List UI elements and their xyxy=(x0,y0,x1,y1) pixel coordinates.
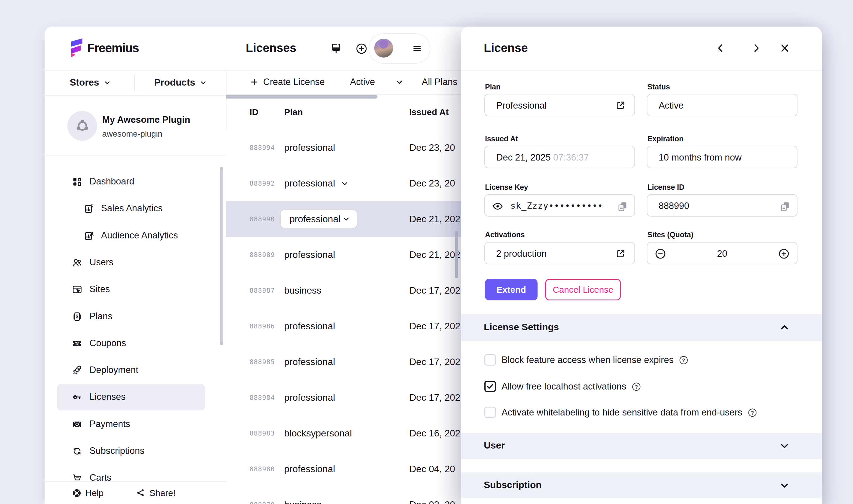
section-label: License Settings xyxy=(484,322,559,332)
plan-value: professional xyxy=(284,142,335,153)
sidebar-item-audience-analytics[interactable]: Audience Analytics xyxy=(45,222,226,249)
sites-quota-value: 20 xyxy=(717,249,727,259)
copy-icon[interactable] xyxy=(617,201,627,211)
plan-filter[interactable]: All Plans xyxy=(422,70,457,94)
column-id: ID xyxy=(249,107,258,117)
close-button[interactable] xyxy=(778,41,792,55)
chevron-down-icon[interactable] xyxy=(341,179,349,188)
help-label: Help xyxy=(85,488,104,498)
panel-header: License xyxy=(461,26,822,71)
copy-icon[interactable] xyxy=(779,201,790,211)
share-button[interactable]: Share! xyxy=(136,482,175,504)
sidebar-item-coupons[interactable]: Coupons xyxy=(45,330,226,357)
plan-value: business xyxy=(284,285,321,296)
sidebar-item-sites[interactable]: Sites xyxy=(45,276,226,303)
issued-at-cell: Dec 04, 20 xyxy=(410,464,455,474)
sidebar-item-plans[interactable]: $ Plans xyxy=(45,303,226,330)
issued-at-cell: Dec 17, 202 xyxy=(410,392,460,403)
external-link-icon[interactable] xyxy=(615,100,626,111)
add-icon[interactable] xyxy=(355,42,368,55)
licenses-icon xyxy=(72,392,82,402)
sidebar-scrollbar[interactable] xyxy=(220,167,223,345)
plan-dropdown[interactable]: professional xyxy=(280,210,358,228)
license-id-cell: 888990 xyxy=(249,215,275,223)
cancel-license-button[interactable]: Cancel License xyxy=(545,279,621,300)
plus-icon xyxy=(249,77,259,87)
increase-quota-icon[interactable] xyxy=(778,248,790,260)
activations-field[interactable]: 2 production xyxy=(484,242,635,264)
sites-quota-label: Sites (Quota) xyxy=(647,231,694,239)
section-user[interactable]: User xyxy=(461,433,822,459)
sidebar-item-carts[interactable]: Carts xyxy=(45,465,226,481)
share-icon xyxy=(136,488,146,498)
plan-cell: professional xyxy=(284,142,335,153)
issued-at-cell: Dec 17, 202 xyxy=(410,285,460,296)
help-button[interactable]: Help xyxy=(72,482,104,504)
license-id-cell: 888994 xyxy=(249,144,275,151)
status-filter-chevron[interactable] xyxy=(395,70,404,94)
license-key-field[interactable]: sk_Zzzy•••••••••• xyxy=(484,194,635,217)
share-label: Share! xyxy=(150,488,175,498)
sidebar-item-deployment[interactable]: Deployment xyxy=(45,357,226,384)
sidebar-item-licenses[interactable]: Licenses xyxy=(45,384,226,411)
license-id-cell: 888985 xyxy=(249,358,275,366)
issued-at-value: Dec 21, 2025 07:36:37 xyxy=(496,152,589,163)
sites-quota-stepper[interactable]: 20 xyxy=(647,242,798,264)
plugin-selector[interactable]: My Awesome Plugin awesome-plugin xyxy=(45,95,226,156)
create-license-button[interactable]: Create License xyxy=(249,70,325,94)
checkbox-unchecked[interactable] xyxy=(484,407,496,418)
sidebar-item-label: Sales Analytics xyxy=(101,203,163,214)
setting-label: Block feature access when license expire… xyxy=(502,355,689,365)
sales-analytics-icon: $ xyxy=(84,203,94,214)
sidebar-item-label: Licenses xyxy=(89,392,125,402)
license-id-cell: 888984 xyxy=(249,394,275,401)
coupons-icon xyxy=(72,338,82,349)
license-id-field[interactable]: 888990 xyxy=(647,194,798,217)
sidebar-item-dashboard[interactable]: Dashboard xyxy=(45,168,226,195)
activations-label: Activations xyxy=(485,231,525,239)
external-link-icon[interactable] xyxy=(615,249,626,259)
help-icon[interactable]: ? xyxy=(679,355,689,365)
subscriptions-icon xyxy=(72,446,82,456)
plan-field[interactable]: Professional xyxy=(484,94,635,116)
sidebar-item-users[interactable]: Users xyxy=(45,249,226,276)
checkbox-checked[interactable] xyxy=(484,381,496,392)
table-scrollbar[interactable] xyxy=(455,231,458,278)
help-icon[interactable]: ? xyxy=(631,382,641,392)
sidebar-item-label: Subscriptions xyxy=(89,446,144,456)
issued-at-cell: Dec 17, 202 xyxy=(410,357,460,367)
extend-button[interactable]: Extend xyxy=(485,279,538,300)
previous-license-button[interactable] xyxy=(714,41,728,55)
expiration-field[interactable]: 10 months from now xyxy=(647,146,798,168)
plan-cell: professional xyxy=(284,357,335,367)
status-field[interactable]: Active xyxy=(647,94,798,116)
expiration-value: 10 months from now xyxy=(659,152,742,163)
chevron-down-icon xyxy=(342,215,350,223)
issued-at-field[interactable]: Dec 21, 2025 07:36:37 xyxy=(484,146,635,168)
plugin-slug: awesome-plugin xyxy=(102,129,162,139)
topnav-divider xyxy=(134,74,135,91)
flag-icon[interactable] xyxy=(330,42,342,54)
plan-value: business xyxy=(284,499,321,504)
next-license-button[interactable] xyxy=(749,41,763,55)
reveal-key-icon[interactable] xyxy=(492,201,503,211)
sidebar-item-subscriptions[interactable]: Subscriptions xyxy=(45,438,226,465)
sidebar-item-sales-analytics[interactable]: $ Sales Analytics xyxy=(45,195,226,222)
decrease-quota-icon[interactable] xyxy=(655,248,666,260)
section-label: Subscription xyxy=(484,480,542,490)
chevron-up-icon xyxy=(779,322,790,333)
section-subscription[interactable]: Subscription xyxy=(461,472,822,498)
sidebar-item-payments[interactable]: Payments xyxy=(45,411,226,438)
freemius-logo[interactable]: Freemius xyxy=(70,38,139,58)
freemius-dashboard: Freemius Stores Products M xyxy=(0,0,853,504)
extend-label: Extend xyxy=(497,285,526,295)
checkbox-unchecked[interactable] xyxy=(484,354,496,366)
sidebar-item-label: Carts xyxy=(89,472,111,481)
products-dropdown[interactable]: Products xyxy=(154,70,207,95)
license-id-cell: 888979 xyxy=(249,501,275,504)
stores-dropdown[interactable]: Stores xyxy=(70,70,111,95)
help-icon[interactable]: ? xyxy=(748,408,757,417)
account-menu[interactable] xyxy=(369,33,430,64)
section-license-settings[interactable]: License Settings xyxy=(461,314,822,341)
status-filter[interactable]: Active xyxy=(350,70,375,94)
